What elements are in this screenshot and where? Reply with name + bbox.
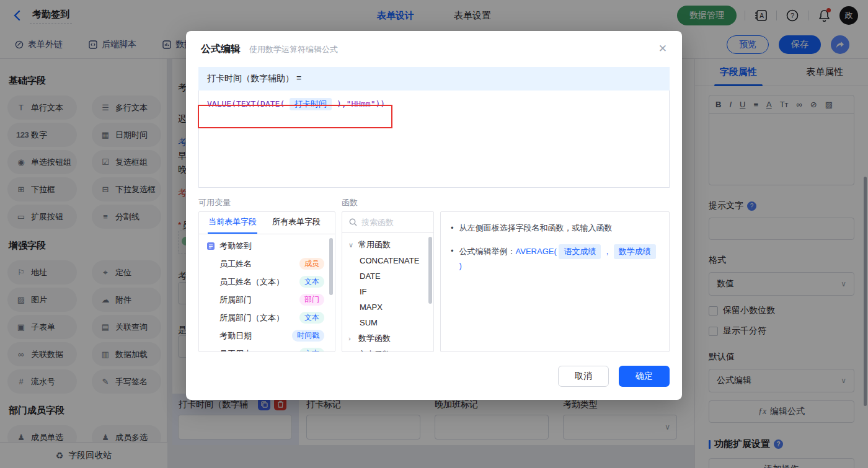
- help-line-1: 从左侧面板选择字段名和函数，或输入函数: [459, 221, 613, 235]
- help-example-chip: 数学成绩: [614, 244, 656, 259]
- caret-down-icon: ∨: [348, 241, 355, 249]
- type-badge: 文本: [299, 276, 324, 288]
- confirm-button[interactable]: 确定: [619, 366, 670, 387]
- function-group-label: 常用函数: [358, 239, 391, 250]
- formula-code-mid: ),": [337, 99, 351, 108]
- help-example-comma: ，: [603, 247, 611, 256]
- variable-row[interactable]: 所属部门 部门: [199, 291, 335, 309]
- formula-string: HHmm: [351, 99, 370, 108]
- type-badge: 文本: [299, 348, 324, 352]
- function-search[interactable]: [342, 212, 433, 233]
- variable-name: 所属部门: [219, 294, 252, 306]
- formula-code-prefix: VALUE(TEXT(DATE(: [207, 99, 285, 108]
- help-example-function: AVERAGE(: [516, 247, 557, 256]
- form-tree-root[interactable]: 考勤签到: [199, 237, 335, 255]
- help-example-close: ): [459, 261, 462, 270]
- function-group-text[interactable]: › 文本函数: [342, 347, 433, 352]
- formula-editor-dialog: 公式编辑 使用数学运算符编辑公式 ✕ 打卡时间（数字辅助） = VALUE(TE…: [186, 31, 682, 400]
- tab-current-form-fields[interactable]: 当前表单字段: [208, 216, 257, 234]
- variables-label: 可用变量: [198, 197, 342, 208]
- functions-scrollbar[interactable]: [428, 237, 432, 304]
- type-badge: 部门: [299, 294, 324, 306]
- type-badge: 时间戳: [292, 330, 324, 342]
- function-group-label: 文本函数: [358, 349, 391, 352]
- variable-row[interactable]: 员工姓名（文本） 文本: [199, 273, 335, 291]
- variable-name: 是否周末: [219, 348, 252, 353]
- close-icon[interactable]: ✕: [658, 42, 667, 55]
- bullet-icon: •: [451, 244, 454, 273]
- form-doc-icon: [206, 242, 215, 250]
- function-item-sum[interactable]: SUM: [342, 315, 433, 330]
- field-chip[interactable]: 打卡时间: [290, 98, 332, 110]
- functions-panel: ∨ 常用函数 CONCATENATE DATE IF MAPX SUM › 数学…: [342, 211, 434, 352]
- variable-row[interactable]: 员工姓名 成员: [199, 255, 335, 273]
- help-line-2: 公式编辑举例：AVERAGE( 语文成绩 ， 数学成绩 ): [459, 244, 659, 273]
- function-group-math[interactable]: › 数学函数: [342, 330, 433, 347]
- dialog-subtitle: 使用数学运算符编辑公式: [249, 44, 338, 55]
- function-item-mapx[interactable]: MAPX: [342, 299, 433, 315]
- variable-row[interactable]: 考勤日期 时间戳: [199, 327, 335, 345]
- formula-target: 打卡时间（数字辅助） =: [198, 67, 670, 91]
- functions-label: 函数: [342, 197, 358, 208]
- function-item-date[interactable]: DATE: [342, 268, 433, 284]
- formula-code-suffix: ")): [371, 99, 385, 108]
- variable-name: 员工姓名（文本）: [219, 276, 284, 288]
- search-icon: [349, 218, 357, 226]
- caret-right-icon: ›: [348, 335, 355, 342]
- variables-panel: 当前表单字段 所有表单字段 考勤签到 员工姓名 成员 员工姓名（文本） 文本 所…: [198, 211, 335, 352]
- function-group-common[interactable]: ∨ 常用函数: [342, 237, 433, 253]
- dialog-title: 公式编辑: [201, 43, 241, 56]
- function-item-if[interactable]: IF: [342, 284, 433, 299]
- function-search-input[interactable]: [361, 218, 423, 227]
- caret-right-icon: ›: [348, 351, 355, 352]
- variable-name: 员工姓名: [219, 258, 252, 270]
- help-example-prefix: 公式编辑举例：: [459, 247, 516, 256]
- cancel-button[interactable]: 取消: [558, 366, 609, 387]
- app-window: 考勤签到 表单设计 表单设置 数据管理 A ? 政: [0, 0, 868, 468]
- variable-name: 所属部门（文本）: [219, 312, 284, 324]
- function-group-label: 数学函数: [358, 333, 391, 344]
- tab-all-form-fields[interactable]: 所有表单字段: [272, 216, 321, 234]
- variable-row[interactable]: 所属部门（文本） 文本: [199, 309, 335, 327]
- formula-input-area[interactable]: VALUE(TEXT(DATE( 打卡时间 ),"HHmm")): [198, 91, 670, 188]
- form-tree-root-label: 考勤签到: [219, 241, 252, 252]
- bullet-icon: •: [451, 221, 454, 235]
- variable-name: 考勤日期: [219, 330, 252, 342]
- type-badge: 文本: [299, 312, 324, 324]
- help-example-chip: 语文成绩: [559, 244, 601, 259]
- variable-row[interactable]: 是否周末 文本: [199, 345, 335, 352]
- formula-help-panel: • 从左侧面板选择字段名和函数，或输入函数 • 公式编辑举例：AVERAGE( …: [440, 211, 670, 352]
- function-item-concatenate[interactable]: CONCATENATE: [342, 253, 433, 268]
- type-badge: 成员: [299, 258, 324, 270]
- variables-scrollbar[interactable]: [329, 238, 333, 295]
